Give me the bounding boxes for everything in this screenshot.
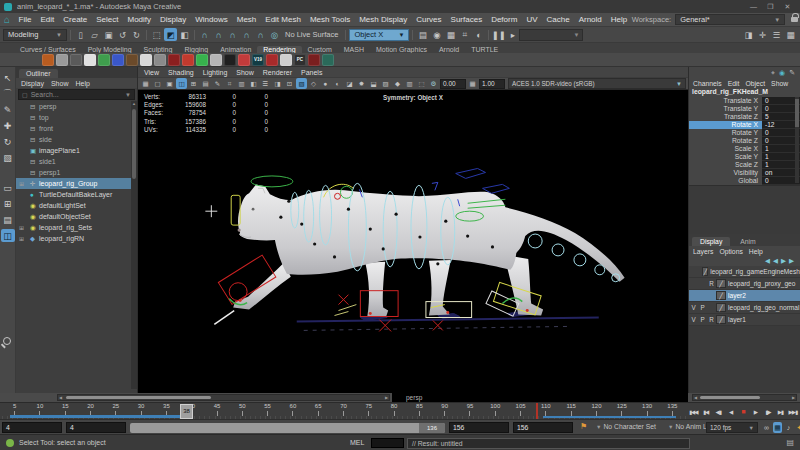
layer2[interactable]: ╱ layer2 [689,290,800,302]
menu-item[interactable]: Mesh Display [355,15,412,24]
wireframe-icon[interactable]: ◇ [308,78,319,89]
menu-item[interactable]: Display [156,15,191,24]
outliner-item[interactable]: ● TurtleDefaultBakeLayer [16,189,137,200]
panel-menu-item[interactable]: View [144,69,159,76]
step-icon[interactable]: ▸ [506,28,519,41]
mel-command-input[interactable] [371,438,404,448]
notes-icon[interactable]: ✎ [789,69,795,77]
shelf-icon-13[interactable] [210,54,222,66]
shelf-icon-15[interactable] [238,54,250,66]
Global[interactable]: Global 0 [689,177,800,185]
workspace-dropdown[interactable]: General* ▼ [675,14,785,25]
go-to-start-button[interactable]: ▮◀◀ [687,409,699,415]
shelf-tab[interactable]: Rigging [178,46,214,53]
shelf-tab[interactable]: Animation [214,46,257,53]
layout-four-pane-icon[interactable]: ⊞ [1,197,15,210]
snap-whole-frames-icon[interactable]: ▦ [773,422,782,433]
auto-keyframe-icon[interactable]: ✦ [795,422,800,433]
layer-editor-menu-item[interactable]: Layers [693,248,713,255]
layer-playback-toggle[interactable]: P [698,304,707,311]
step-back-frame-button[interactable]: ▮◀ [699,409,711,415]
display-render-settings-icon[interactable]: ⌗ [458,28,471,41]
layer-display-mode-toggle[interactable]: R [707,316,716,323]
shelf-icon-18[interactable] [280,54,292,66]
leopard_rig_geo_normal[interactable]: V P ╱ leopard_rig_geo_normal [689,302,800,314]
open-scene-icon[interactable]: ▱ [88,28,101,41]
character-set-dropdown[interactable]: ▼No Character Set [596,423,656,430]
shelf-tab[interactable]: Poly Modeling [82,46,138,53]
shelf-tab[interactable]: Rendering [257,46,301,53]
shelf-tab[interactable]: Sculpting [138,46,179,53]
outliner-item[interactable]: ⊟ persp1 [16,167,137,178]
paint-select-tool-icon[interactable]: ✎ [1,103,15,116]
show-manipulator-icon[interactable]: ⌖ [771,69,775,77]
bookmarks-icon[interactable]: ◫ [176,78,187,89]
shelf-tab[interactable]: TURTLE [465,46,504,53]
lighting-icon[interactable]: ✸ [356,78,367,89]
move-layer-down-icon[interactable]: ▶ [781,257,786,265]
outliner-item[interactable]: ⊞ ◆ leopard_rigRN [16,233,137,244]
layer-color-swatch[interactable]: ╱ [716,303,726,312]
exposure-field[interactable]: 0.00 [440,79,466,89]
render-sequence-icon[interactable]: ▦ [444,28,457,41]
menu-item[interactable]: Windows [191,15,232,24]
menu-item[interactable]: Curves [412,15,446,24]
Translate Y[interactable]: Translate Y 0 [689,105,800,113]
safe-action-icon[interactable]: ⊡ [284,78,295,89]
Visibility[interactable]: Visibility on [689,169,800,177]
launch-hypershade-icon[interactable]: ◐ [472,28,485,41]
shelf-tab[interactable]: Custom [302,46,338,53]
shaded-icon[interactable]: ● [320,78,331,89]
audio-icon[interactable]: ♪ [784,422,793,433]
pause-viewport-icon[interactable]: ❚❚ [492,28,505,41]
layout-persp-outliner-icon[interactable]: ◫ [1,229,15,242]
xray-icon[interactable]: ⬚ [416,78,427,89]
time-slider[interactable]: 5 10 15 20 25 30 [0,402,800,419]
move-layer-up-icon[interactable]: ◀ [765,257,770,265]
outliner-menu-item[interactable]: Help [75,80,89,87]
script-editor-icon[interactable]: ▤ [786,438,794,447]
attribute-editor-toggle-icon[interactable]: ◨ [742,28,755,41]
outliner-menu-item[interactable]: Display [21,80,44,87]
animation-start-field[interactable]: 4 [2,422,62,433]
make-object-live-icon[interactable]: ◎ [268,28,281,41]
select-by-object-type-icon[interactable]: ◩ [164,28,177,41]
rotate-tool-icon[interactable]: ↻ [1,135,15,148]
zoom-tool-icon[interactable] [3,337,11,345]
shelf-icon-1[interactable] [42,54,54,66]
range-slider[interactable]: 136 [130,423,445,433]
current-frame-marker[interactable]: 38 [180,404,193,419]
close-button[interactable]: ✕ [779,3,796,11]
shelf-tab[interactable]: Arnold [433,46,465,53]
outliner-item[interactable]: ⊟ persp [16,101,137,112]
leopard_rig_gameEngineMesh[interactable]: ╱ leopard_rig_gameEngineMesh [689,266,800,278]
minimize-button[interactable]: — [745,3,762,10]
safe-title-icon[interactable]: ▧ [296,78,307,89]
outliner-tab[interactable]: Outliner [19,69,58,78]
channel-box-menu-item[interactable]: Channels [693,80,722,87]
scroll-up-icon[interactable]: ▲ [131,101,137,108]
layer-visibility-toggle[interactable]: V [689,304,698,311]
save-scene-icon[interactable]: ▣ [102,28,115,41]
menu-item[interactable]: Modify [123,15,156,24]
select-by-component-type-icon[interactable]: ◧ [178,28,191,41]
channel-box-menu-item[interactable]: Object [745,80,765,87]
maximize-button[interactable]: ❐ [762,3,779,11]
shelf-icon-12[interactable] [196,54,208,66]
menu-item[interactable]: File [14,15,36,24]
panel-menu-item[interactable]: Show [236,69,254,76]
snap-to-curve-icon[interactable]: ∩ [212,28,225,41]
shelf-icon-2[interactable] [56,54,68,66]
undo-icon[interactable]: ↺ [116,28,129,41]
layout-split-pane-icon[interactable]: ▤ [1,213,15,226]
snap-to-grid-icon[interactable]: ∩ [198,28,211,41]
shelf-icon-21[interactable] [322,54,334,66]
panel-menu-item[interactable]: Panels [301,69,322,76]
layer-visibility-toggle[interactable]: V [689,316,698,323]
channel-box-menu-item[interactable]: Show [771,80,788,87]
playback-end-field[interactable]: 156 [449,422,509,433]
panel-menu-item[interactable]: Lighting [203,69,228,76]
shelf-icon-10[interactable] [168,54,180,66]
select-tool-icon[interactable]: ↖ [1,71,15,84]
outliner-menu-item[interactable]: Show [51,80,69,87]
